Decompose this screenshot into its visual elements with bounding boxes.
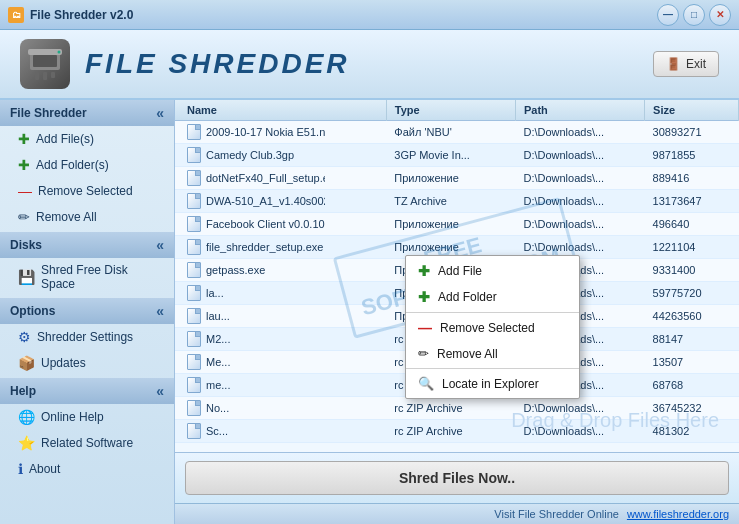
cell-type: 3GP Movie In... bbox=[386, 144, 515, 167]
cell-size: 13507 bbox=[645, 351, 739, 374]
content-area: Name Type Path Size 2009-10-17 Nokia E51… bbox=[175, 100, 739, 524]
table-row[interactable]: No...rc ZIP ArchiveD:\Downloads\...36745… bbox=[175, 397, 739, 420]
col-header-path[interactable]: Path bbox=[515, 100, 644, 121]
chevron-icon: « bbox=[156, 237, 164, 253]
cell-size: 36745232 bbox=[645, 397, 739, 420]
sidebar-item-shred-disk[interactable]: 💾 Shred Free Disk Space bbox=[0, 258, 174, 296]
ctx-remove-all-icon: ✏ bbox=[418, 346, 429, 361]
file-icon bbox=[187, 239, 201, 255]
add-folder-icon: ✚ bbox=[18, 157, 30, 173]
svg-point-6 bbox=[58, 51, 61, 54]
maximize-button[interactable]: □ bbox=[683, 4, 705, 26]
cell-type: Файл 'NBU' bbox=[386, 121, 515, 144]
app-icon: 🗂 bbox=[8, 7, 24, 23]
sidebar-section-header-options[interactable]: Options « bbox=[0, 298, 174, 324]
file-table-container[interactable]: Name Type Path Size 2009-10-17 Nokia E51… bbox=[175, 100, 739, 452]
cell-size: 9331400 bbox=[645, 259, 739, 282]
cell-size: 13173647 bbox=[645, 190, 739, 213]
cell-type: Приложение bbox=[386, 213, 515, 236]
file-icon bbox=[187, 331, 201, 347]
sidebar-section-options: Options « ⚙ Shredder Settings 📦 Updates bbox=[0, 298, 174, 376]
ctx-remove-selected-icon: — bbox=[418, 320, 432, 336]
titlebar-controls: — □ ✕ bbox=[657, 4, 731, 26]
table-row[interactable]: Camedy Club.3gp3GP Movie In...D:\Downloa… bbox=[175, 144, 739, 167]
status-label: Visit File Shredder Online bbox=[494, 508, 619, 520]
cell-path: D:\Downloads\... bbox=[515, 144, 644, 167]
shred-files-button[interactable]: Shred Files Now.. bbox=[185, 461, 729, 495]
cell-type: TZ Archive bbox=[386, 190, 515, 213]
ctx-separator-1 bbox=[406, 312, 579, 313]
exit-button[interactable]: 🚪 Exit bbox=[653, 51, 719, 77]
sidebar-item-online-help[interactable]: 🌐 Online Help bbox=[0, 404, 174, 430]
cell-name: Facebook Client v0.0.10.exe bbox=[175, 213, 325, 235]
sidebar-item-remove-selected[interactable]: — Remove Selected bbox=[0, 178, 174, 204]
sidebar-item-remove-all[interactable]: ✏ Remove All bbox=[0, 204, 174, 230]
svg-rect-1 bbox=[33, 55, 57, 67]
cell-path: D:\Downloads\... bbox=[515, 167, 644, 190]
col-header-type[interactable]: Type bbox=[386, 100, 515, 121]
remove-icon: — bbox=[18, 183, 32, 199]
ctx-add-folder[interactable]: ✚ Add Folder bbox=[406, 284, 579, 310]
globe-icon: 🌐 bbox=[18, 409, 35, 425]
exit-icon: 🚪 bbox=[666, 57, 681, 71]
ctx-add-folder-icon: ✚ bbox=[418, 289, 430, 305]
cell-name: Camedy Club.3gp bbox=[175, 144, 325, 166]
cell-size: 9871855 bbox=[645, 144, 739, 167]
cell-size: 59775720 bbox=[645, 282, 739, 305]
disk-icon: 💾 bbox=[18, 269, 35, 285]
col-header-name[interactable]: Name bbox=[175, 100, 386, 121]
cell-type: Приложение bbox=[386, 167, 515, 190]
titlebar-left: 🗂 File Shredder v2.0 bbox=[8, 7, 133, 23]
table-row[interactable]: dotNetFx40_Full_setup.exeПриложениеD:\Do… bbox=[175, 167, 739, 190]
settings-icon: ⚙ bbox=[18, 329, 31, 345]
star-icon: ⭐ bbox=[18, 435, 35, 451]
ctx-locate[interactable]: 🔍 Locate in Explorer bbox=[406, 371, 579, 396]
col-header-size[interactable]: Size bbox=[645, 100, 739, 121]
context-menu: ✚ Add File ✚ Add Folder — Remove Selecte… bbox=[405, 255, 580, 399]
cell-path: D:\Downloads\... bbox=[515, 190, 644, 213]
cell-path: D:\Downloads\... bbox=[515, 121, 644, 144]
table-row[interactable]: 2009-10-17 Nokia E51.nbuФайл 'NBU'D:\Dow… bbox=[175, 121, 739, 144]
chevron-icon: « bbox=[156, 105, 164, 121]
cell-name: Sc... bbox=[175, 420, 325, 442]
cell-size: 1221104 bbox=[645, 236, 739, 259]
cell-name: DWA-510_A1_v1.40s0023 bbox=[175, 190, 325, 212]
cell-name: dotNetFx40_Full_setup.exe bbox=[175, 167, 325, 189]
titlebar: 🗂 File Shredder v2.0 — □ ✕ bbox=[0, 0, 739, 30]
cell-name: la... bbox=[175, 282, 325, 304]
file-icon bbox=[187, 308, 201, 324]
table-row[interactable]: DWA-510_A1_v1.40s0023TZ ArchiveD:\Downlo… bbox=[175, 190, 739, 213]
sidebar-section-disks: Disks « 💾 Shred Free Disk Space bbox=[0, 232, 174, 296]
file-icon bbox=[187, 285, 201, 301]
status-link[interactable]: www.fileshredder.org bbox=[627, 508, 729, 520]
sidebar-item-related-software[interactable]: ⭐ Related Software bbox=[0, 430, 174, 456]
cell-name: file_shredder_setup.exe bbox=[175, 236, 325, 258]
sidebar-section-header-help[interactable]: Help « bbox=[0, 378, 174, 404]
sidebar-item-about[interactable]: ℹ About bbox=[0, 456, 174, 482]
close-button[interactable]: ✕ bbox=[709, 4, 731, 26]
cell-size: 496640 bbox=[645, 213, 739, 236]
ctx-remove-selected[interactable]: — Remove Selected bbox=[406, 315, 579, 341]
file-icon bbox=[187, 262, 201, 278]
app-header: FILE SHREDDER 🚪 Exit bbox=[0, 30, 739, 100]
cell-name: me... bbox=[175, 374, 325, 396]
ctx-add-file[interactable]: ✚ Add File bbox=[406, 258, 579, 284]
info-icon: ℹ bbox=[18, 461, 23, 477]
table-row[interactable]: Sc...rc ZIP ArchiveD:\Downloads\...48130… bbox=[175, 420, 739, 443]
sidebar-item-add-files[interactable]: ✚ Add File(s) bbox=[0, 126, 174, 152]
file-icon bbox=[187, 170, 201, 186]
sidebar-item-add-folders[interactable]: ✚ Add Folder(s) bbox=[0, 152, 174, 178]
table-row[interactable]: Facebook Client v0.0.10.exeПриложениеD:\… bbox=[175, 213, 739, 236]
sidebar-section-header-disks[interactable]: Disks « bbox=[0, 232, 174, 258]
svg-rect-3 bbox=[43, 72, 47, 80]
cell-name: Me... bbox=[175, 351, 325, 373]
cell-size: 889416 bbox=[645, 167, 739, 190]
sidebar-item-settings[interactable]: ⚙ Shredder Settings bbox=[0, 324, 174, 350]
file-icon bbox=[187, 354, 201, 370]
minimize-button[interactable]: — bbox=[657, 4, 679, 26]
sidebar-section-header-file-shredder[interactable]: File Shredder « bbox=[0, 100, 174, 126]
ctx-remove-all[interactable]: ✏ Remove All bbox=[406, 341, 579, 366]
sidebar-item-updates[interactable]: 📦 Updates bbox=[0, 350, 174, 376]
cell-size: 68768 bbox=[645, 374, 739, 397]
app-header-left: FILE SHREDDER bbox=[20, 39, 350, 89]
